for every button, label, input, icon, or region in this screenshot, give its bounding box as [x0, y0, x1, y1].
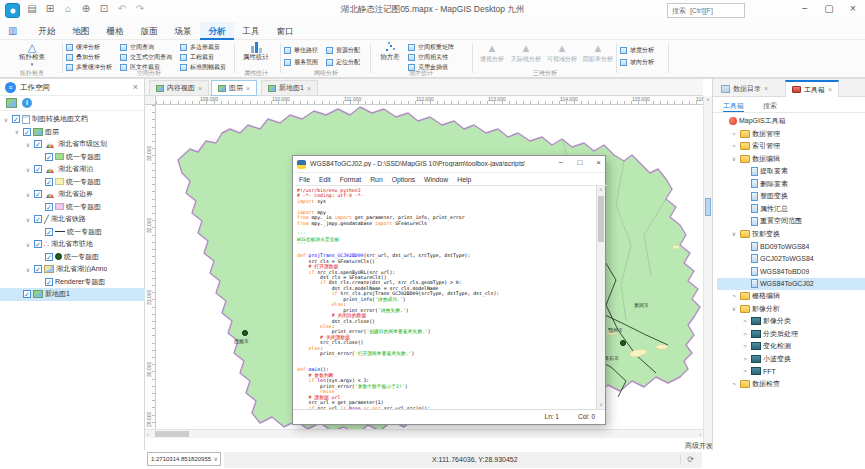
- tree-item[interactable]: ✓统一专题图: [0, 201, 145, 214]
- expander-icon[interactable]: >: [741, 368, 749, 374]
- tree-item[interactable]: WGS84ToGCJ02: [717, 278, 865, 291]
- scroll-up-icon[interactable]: ˄: [704, 97, 712, 103]
- tree-item[interactable]: ∨数据编辑: [717, 153, 865, 166]
- horizontal-scroll-thumb[interactable]: [155, 431, 189, 437]
- menu-run[interactable]: Run: [370, 176, 382, 183]
- refresh-icon[interactable]: ⟳: [680, 455, 694, 464]
- tree-item[interactable]: GCJ02ToWGS84: [717, 253, 865, 266]
- expander-icon[interactable]: ∨: [2, 116, 10, 123]
- scroll-left-icon[interactable]: ‹: [147, 431, 149, 437]
- location-allocation-button[interactable]: 定位分配: [326, 57, 360, 67]
- expander-icon[interactable]: ∨: [730, 230, 738, 237]
- tree-item[interactable]: >数据管理: [717, 128, 865, 141]
- tree-item[interactable]: ✓统一专题图: [0, 251, 145, 264]
- layer-checkbox[interactable]: ✓: [34, 190, 42, 198]
- expander-icon[interactable]: ∨: [730, 155, 738, 162]
- tree-item[interactable]: ∨✓图层: [0, 126, 145, 139]
- tree-item[interactable]: 整图变换: [717, 190, 865, 203]
- tab-analysis[interactable]: 分析: [200, 22, 234, 40]
- expander-icon[interactable]: >: [730, 143, 738, 149]
- tree-item[interactable]: ✓新地图1: [0, 288, 145, 301]
- close-tab-icon[interactable]: ×: [246, 85, 250, 92]
- tree-item[interactable]: BD09ToWGS84: [717, 240, 865, 253]
- editor-maximize-button[interactable]: □: [577, 158, 582, 167]
- spatial-correlation-button[interactable]: 空间相关性: [408, 52, 448, 62]
- project-clip-button[interactable]: 工程裁剪: [180, 52, 214, 62]
- menu-help[interactable]: Help: [457, 176, 471, 183]
- editor-titlebar[interactable]: WGS84ToGCJ02.py - D:\SSD\MapGIS 10\Progr…: [293, 156, 605, 173]
- tab-window[interactable]: 窗口: [268, 22, 302, 40]
- tree-item[interactable]: ✓Renderer专题图: [0, 276, 145, 289]
- shadow-rate-analysis-button[interactable]: ▲阴影率分析: [582, 42, 614, 68]
- tree-item[interactable]: >小波变换: [717, 353, 865, 366]
- visibility-analysis-button[interactable]: ▲通视分析: [476, 42, 508, 68]
- layer-checkbox[interactable]: ✓: [12, 115, 20, 123]
- expander-icon[interactable]: >: [730, 131, 738, 137]
- expander-icon[interactable]: ∨: [24, 141, 32, 148]
- tree-item[interactable]: ∨投影变换: [717, 228, 865, 241]
- tab-data-catalog[interactable]: 数据目录×: [715, 80, 774, 97]
- layer-checkbox[interactable]: ✓: [23, 128, 31, 136]
- expander-icon[interactable]: >: [741, 356, 749, 362]
- polygon-clip-button[interactable]: 多边形裁剪: [180, 42, 220, 52]
- expander-icon[interactable]: >: [741, 318, 749, 324]
- layer-checkbox[interactable]: ✓: [45, 253, 53, 261]
- doc-tab-layers[interactable]: 图层×: [211, 80, 257, 96]
- expander-icon[interactable]: >: [730, 293, 738, 299]
- scroll-right-icon[interactable]: ›: [699, 431, 701, 437]
- tree-item[interactable]: 提取要素: [717, 165, 865, 178]
- vertical-scroll-thumb[interactable]: [705, 198, 711, 216]
- slope-analysis-button[interactable]: 坡度分析: [620, 45, 654, 55]
- menu-format[interactable]: Format: [340, 176, 362, 183]
- tree-item[interactable]: ∨影像分析: [717, 303, 865, 316]
- code-area[interactable]: #!/usr/bin/env python3# -*- coding: utf-…: [293, 186, 596, 409]
- doc-tab-new-map[interactable]: 新地图1×: [261, 80, 318, 96]
- resource-allocation-button[interactable]: 资源分配: [326, 45, 360, 55]
- editor-vertical-scrollbar[interactable]: ˄ ˅: [596, 186, 605, 409]
- close-tab-icon[interactable]: ×: [828, 86, 832, 93]
- tree-item[interactable]: >变化检测: [717, 340, 865, 353]
- tab-start[interactable]: 开始: [30, 22, 64, 40]
- tree-item[interactable]: ∨✓湖北省湖泊: [0, 163, 145, 176]
- tab-toolbox[interactable]: 工具箱×: [785, 80, 839, 97]
- service-range-button[interactable]: 服务范围: [284, 57, 318, 67]
- menu-edit[interactable]: Edit: [319, 176, 331, 183]
- expander-icon[interactable]: ∨: [24, 166, 32, 173]
- topology-check-button[interactable]: △ 拓扑检查 ▾: [8, 41, 56, 69]
- layout-icon[interactable]: ▥: [8, 25, 17, 36]
- close-button[interactable]: ×: [847, 3, 859, 14]
- tab-map[interactable]: 地图: [64, 22, 98, 40]
- tree-item[interactable]: WGS84ToBD09: [717, 265, 865, 278]
- editor-scroll-thumb[interactable]: [598, 196, 604, 242]
- tab-tools[interactable]: 工具: [234, 22, 268, 40]
- expander-icon[interactable]: ∨: [24, 191, 32, 198]
- menu-options[interactable]: Options: [392, 176, 415, 183]
- expander-icon[interactable]: ∨: [24, 266, 32, 273]
- tree-item[interactable]: 重置空间范围: [717, 215, 865, 228]
- subtab-toolbox[interactable]: 工具箱: [723, 101, 744, 112]
- expander-icon[interactable]: >: [741, 331, 749, 337]
- overlay-analysis-button[interactable]: 叠加分析: [66, 52, 100, 62]
- layer-checkbox[interactable]: ✓: [45, 153, 53, 161]
- tree-item[interactable]: >栅格编辑: [717, 290, 865, 303]
- scroll-down-icon[interactable]: ˅: [597, 402, 605, 408]
- scale-combobox[interactable]: 1:2710314.851820955∨: [147, 452, 221, 466]
- tree-item[interactable]: >影像分类: [717, 315, 865, 328]
- tree-item[interactable]: >索引管理: [717, 140, 865, 153]
- close-tab-icon[interactable]: ×: [764, 85, 768, 92]
- layer-checkbox[interactable]: ✓: [45, 178, 53, 186]
- layer-checkbox[interactable]: ✓: [23, 290, 31, 298]
- layer-checkbox[interactable]: ✓: [45, 203, 53, 211]
- layer-checkbox[interactable]: ✓: [34, 140, 42, 148]
- minimize-button[interactable]: −: [799, 3, 811, 14]
- tree-item[interactable]: ✓统一专题图: [0, 176, 145, 189]
- doc-tab-content-view[interactable]: 内容视图×: [149, 80, 209, 96]
- map-view-icon[interactable]: [6, 98, 17, 108]
- tree-item[interactable]: ∨✓湖北省市级区划: [0, 138, 145, 151]
- maximize-button[interactable]: ▢: [823, 3, 835, 14]
- menu-window[interactable]: Window: [424, 176, 448, 183]
- attribute-statistics-button[interactable]: 属性统计: [238, 41, 274, 69]
- workspace-close-icon[interactable]: ×: [133, 82, 138, 92]
- tree-item[interactable]: >数据检查: [717, 378, 865, 391]
- best-path-button[interactable]: 最佳路径: [284, 45, 318, 55]
